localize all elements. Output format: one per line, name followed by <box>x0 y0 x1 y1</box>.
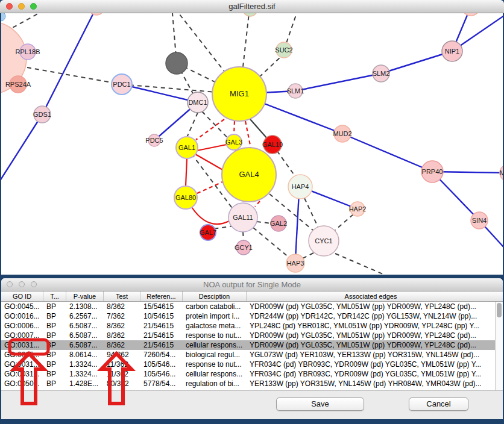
edge-dash[interactable] <box>187 113 198 137</box>
edge-reddash[interactable] <box>234 121 235 135</box>
edge-reddash[interactable] <box>245 121 251 148</box>
column-header-desciption[interactable]: Desciption <box>183 292 247 301</box>
column-header-test[interactable]: Test <box>104 292 140 301</box>
edge-red[interactable] <box>192 207 229 224</box>
cell-go_id: GO:0031... <box>1 369 43 379</box>
edge-dash[interactable] <box>257 222 271 223</box>
edge-dash[interactable] <box>27 67 122 84</box>
node-HAP2[interactable]: HAP2 <box>349 202 367 216</box>
cell-reference: 21/54615 <box>140 331 183 340</box>
node-GAL10[interactable]: GAL10 <box>262 136 283 154</box>
node-HAP3[interactable]: HAP3 <box>286 254 304 272</box>
network-graph[interactable]: RPL18BRPS24AGDS1PDC1PDC5DMC1MIG1SUC2SLM1… <box>1 13 503 275</box>
table-row[interactable]: GO:0065...BP8.0614...94/3627260/54...bio… <box>1 350 503 360</box>
vertical-scrollbar[interactable] <box>495 302 503 390</box>
edge-reddash[interactable] <box>255 201 260 207</box>
edge-red[interactable] <box>186 158 187 186</box>
column-header-t-[interactable]: T... <box>43 292 66 301</box>
cell-edges: YDR009W (pd) YGL035C, YML051W (pp) YDR00… <box>247 302 495 311</box>
node-PRP40[interactable]: PRP40 <box>421 161 443 182</box>
node-SLM2[interactable]: SLM2 <box>373 65 390 82</box>
node-MIG1[interactable]: MIG1 <box>212 67 266 121</box>
table-row[interactable]: GO:0031...BP6.5087...8/36221/54615cellul… <box>1 340 503 350</box>
cell-test: 94/362 <box>104 350 140 360</box>
cell-reference: 21/54615 <box>140 321 183 331</box>
node-GAL1[interactable]: GAL1 <box>176 137 198 158</box>
save-button[interactable]: Save <box>276 398 364 411</box>
cell-description: galactose meta... <box>183 321 247 331</box>
edge-blue[interactable] <box>342 134 432 172</box>
node-HAP4[interactable]: HAP4 <box>288 175 312 199</box>
edge-dash[interactable] <box>259 57 280 77</box>
node-top-pink[interactable] <box>89 13 104 15</box>
cell-type: BP <box>43 360 66 369</box>
cell-reference: 105/546... <box>140 360 183 369</box>
edge-dash[interactable] <box>243 232 244 241</box>
network-canvas[interactable]: RPL18BRPS24AGDS1PDC1PDC5DMC1MIG1SUC2SLM1… <box>1 13 503 275</box>
node-top-left-blue[interactable] <box>1 13 5 21</box>
node-PDC5[interactable]: PDC5 <box>145 134 163 146</box>
table-row[interactable]: GO:0007...BP6.5087...8/36221/54615respon… <box>1 331 503 340</box>
edge-dash[interactable] <box>335 214 353 230</box>
node-SIN4[interactable]: SIN4 <box>471 212 488 229</box>
edge-dash[interactable] <box>304 198 318 228</box>
table-row[interactable]: GO:0031...BP1.3324...11/362105/546...res… <box>1 360 503 369</box>
cell-edges: YFR034C (pd) YBR093C, YDR009W (pd) YGL03… <box>247 369 495 379</box>
node-MUD2[interactable]: MUD2 <box>333 125 351 142</box>
node-SUC2[interactable]: SUC2 <box>275 42 292 58</box>
cancel-button[interactable]: Cancel <box>409 398 468 411</box>
edge-red[interactable] <box>195 154 224 170</box>
node-CYC1[interactable]: CYC1 <box>309 226 339 256</box>
cell-p_value: 6.5087... <box>66 321 104 331</box>
edge-blue[interactable] <box>42 13 96 114</box>
cell-reference: 21/54615 <box>140 340 183 350</box>
cell-edges: YDR009W (pd) YGL035C, YML051W (pp) YDR00… <box>247 331 495 340</box>
column-header-associated-edges[interactable]: Associated edges <box>247 292 495 301</box>
node-GAL4[interactable]: GAL4 <box>222 148 276 202</box>
edge-dash[interactable] <box>335 254 387 275</box>
edge-dash[interactable] <box>243 13 249 67</box>
edge-dash[interactable] <box>253 228 289 258</box>
edge-blue[interactable] <box>295 73 381 91</box>
node-GDS1[interactable]: GDS1 <box>33 106 51 123</box>
cell-test: 7/362 <box>104 311 140 321</box>
edge-blue[interactable] <box>1 114 42 181</box>
node-GAL80[interactable]: GAL80 <box>174 186 197 209</box>
edge-dash[interactable] <box>213 226 234 229</box>
node-gray-node[interactable] <box>166 52 187 74</box>
node-GAL11[interactable]: GAL11 <box>228 203 257 232</box>
edge-blue[interactable] <box>381 51 452 73</box>
cell-test: 11/362 <box>104 360 140 369</box>
cell-type: BP <box>43 340 66 350</box>
scrollbar-thumb[interactable] <box>497 303 502 317</box>
edge-red[interactable] <box>197 145 227 151</box>
column-header-referen-[interactable]: Referen... <box>140 292 183 301</box>
column-header-go-id[interactable]: GO ID <box>1 292 43 301</box>
node-GCY1[interactable]: GCY1 <box>235 240 253 255</box>
node-GAL3[interactable]: GAL3 <box>225 134 242 150</box>
node-SLM1[interactable]: SLM1 <box>287 84 304 98</box>
node-DMC1[interactable]: DMC1 <box>187 92 208 113</box>
table-row[interactable]: GO:0050...BP1.428E...80/3625778/54...reg… <box>1 379 503 388</box>
cell-edges: YER133W (pp) YOR315W, YNL145W (pd) YHR08… <box>247 379 495 388</box>
edge-blue[interactable] <box>295 193 299 259</box>
cell-edges: YDR244W (pp) YDR142C, YDR142C (pp) YGL15… <box>247 311 495 321</box>
table-header-row: GO IDT...P-valueTestReferen...Desciption… <box>1 292 503 302</box>
node-GAL2[interactable]: GAL2 <box>270 216 287 231</box>
cell-p_value: 6.5087... <box>66 340 104 350</box>
cell-type: BP <box>43 302 66 311</box>
edge-reddash[interactable] <box>197 182 222 193</box>
node-top-green[interactable] <box>243 13 257 16</box>
node-top-right-pink[interactable] <box>462 13 480 16</box>
table-row[interactable]: GO:0031...BP1.3324...11/362105/546...cel… <box>1 369 503 379</box>
table-row[interactable]: GO:0006...BP6.5087...8/36221/54615galact… <box>1 321 503 331</box>
table-row[interactable]: GO:0016...BP6.2567...7/36210/54615protei… <box>1 311 503 321</box>
column-header-p-value[interactable]: P-value <box>66 292 104 301</box>
node-PDC1[interactable]: PDC1 <box>112 74 132 95</box>
cell-test: 11/362 <box>104 369 140 379</box>
node-NIP1[interactable]: NIP1 <box>442 41 462 61</box>
node-MSL5[interactable]: MSL5 <box>500 164 503 181</box>
edge-blue[interactable] <box>122 84 198 102</box>
node-GAL7[interactable]: GAL7 <box>200 225 216 240</box>
table-row[interactable]: GO:0045...BP2.1308...8/36215/54615carbon… <box>1 302 503 311</box>
